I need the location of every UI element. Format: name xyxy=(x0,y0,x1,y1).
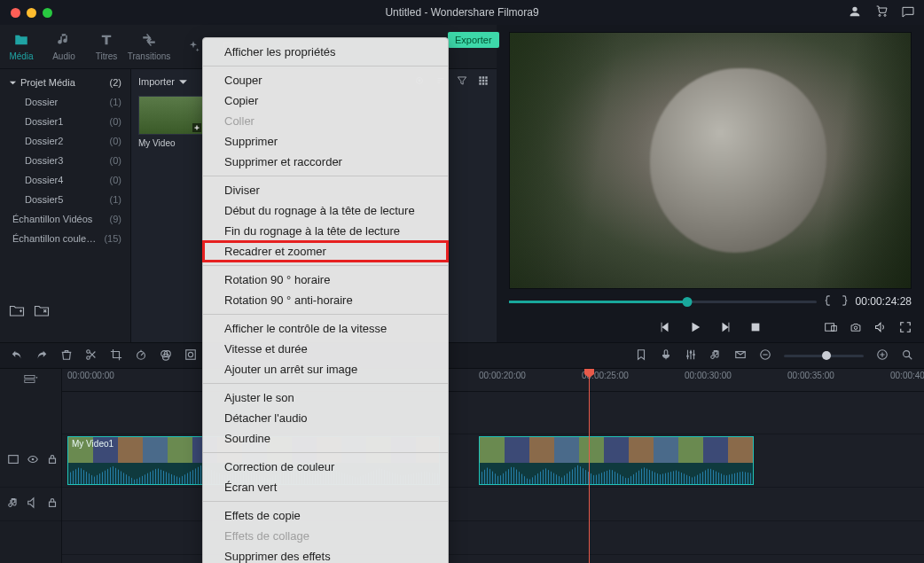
tab-audio[interactable]: Audio xyxy=(43,32,85,61)
ctx-paste: Coller xyxy=(203,111,448,131)
minimize-window-button[interactable] xyxy=(27,8,36,18)
color-icon[interactable] xyxy=(160,348,172,364)
cart-icon[interactable] xyxy=(874,4,889,21)
ctx-split[interactable]: Diviser xyxy=(203,180,448,200)
ctx-copy-effects[interactable]: Effets de copie xyxy=(203,505,448,526)
track-adjust-icon[interactable] xyxy=(7,453,20,468)
time-ruler[interactable]: 00:00:00:00 00:00:20:00 00:00:25:00 00:0… xyxy=(62,369,924,392)
crop-icon[interactable] xyxy=(110,348,122,364)
audio-track-2[interactable] xyxy=(62,521,924,555)
mark-in-icon[interactable] xyxy=(824,295,833,309)
seek-knob[interactable] xyxy=(683,297,693,307)
render-icon[interactable] xyxy=(734,348,747,364)
sidebar-folder-1[interactable]: Dossier1(0) xyxy=(0,112,130,131)
ctx-freeze-frame[interactable]: Ajouter un arrêt sur image xyxy=(203,359,448,379)
prev-frame-icon[interactable] xyxy=(659,321,671,336)
sidebar-folder-5[interactable]: Dossier5(1) xyxy=(0,190,130,209)
zoom-out-icon[interactable] xyxy=(759,348,771,364)
zoom-fit-icon[interactable] xyxy=(901,348,913,364)
snapshot-icon[interactable] xyxy=(850,321,862,336)
video-track-1[interactable]: My Video1 xyxy=(62,434,924,488)
voice-icon[interactable] xyxy=(660,348,672,364)
ctx-trim-end[interactable]: Fin du rognage à la tête de lecture xyxy=(203,221,448,241)
sidebar-folder-0[interactable]: Dossier(1) xyxy=(0,92,130,112)
ctx-show-properties[interactable]: Afficher les propriétés xyxy=(203,42,448,62)
ctx-delete[interactable]: Supprimer xyxy=(203,131,448,152)
quality-icon[interactable] xyxy=(825,321,837,336)
svg-point-8 xyxy=(87,356,90,359)
undo-icon[interactable] xyxy=(11,348,23,364)
playhead[interactable] xyxy=(589,369,590,563)
audio-track-icon[interactable] xyxy=(7,497,20,512)
filter-icon[interactable] xyxy=(456,74,468,89)
greenscreen-icon[interactable] xyxy=(184,348,197,364)
ctx-remove-effects[interactable]: Supprimer des effets xyxy=(203,546,448,563)
preview-canvas[interactable] xyxy=(509,32,912,289)
audio-lock-icon[interactable] xyxy=(46,497,59,512)
volume-icon[interactable] xyxy=(874,321,887,336)
track-visible-icon[interactable] xyxy=(27,453,39,468)
delete-icon[interactable] xyxy=(60,348,73,364)
ctx-mute[interactable]: Sourdine xyxy=(203,428,448,449)
ctx-crop-zoom[interactable]: Recadrer et zoomer xyxy=(203,241,448,262)
svg-rect-25 xyxy=(9,456,19,464)
tab-titles[interactable]: Titres xyxy=(85,32,128,61)
track-lock-icon[interactable] xyxy=(46,453,59,468)
maximize-window-button[interactable] xyxy=(43,8,52,18)
zoom-knob[interactable] xyxy=(822,351,831,360)
sidebar-folder-2[interactable]: Dossier2(0) xyxy=(0,131,130,151)
sidebar-folder-3[interactable]: Dossier3(0) xyxy=(0,151,130,170)
split-icon[interactable] xyxy=(85,348,98,364)
message-icon[interactable] xyxy=(901,4,915,21)
audio-mute-icon[interactable] xyxy=(27,497,39,512)
marker-icon[interactable] xyxy=(635,348,647,364)
zoom-in-icon[interactable] xyxy=(876,348,889,364)
play-icon[interactable] xyxy=(689,321,701,336)
ctx-detach-audio[interactable]: Détacher l'audio xyxy=(203,408,448,428)
audio-track-1[interactable] xyxy=(62,488,924,521)
context-menu: Afficher les propriétés Couper Copier Co… xyxy=(202,37,449,563)
redo-icon[interactable] xyxy=(35,348,48,364)
sidebar-sample-colors[interactable]: Échantillon coule…(15) xyxy=(0,229,130,248)
mixer-icon[interactable] xyxy=(685,348,697,364)
ctx-speed-duration[interactable]: Vitesse et durée xyxy=(203,339,448,359)
next-frame-icon[interactable] xyxy=(719,321,732,336)
grid-view-icon[interactable] xyxy=(477,74,489,89)
ctx-speed-control[interactable]: Afficher le contrôle de la vitesse xyxy=(203,318,448,339)
seek-bar[interactable] xyxy=(509,301,817,303)
tab-media[interactable]: Média xyxy=(0,32,43,61)
ctx-cut[interactable]: Couper xyxy=(203,70,448,90)
add-to-timeline-icon[interactable] xyxy=(192,123,201,132)
import-button[interactable]: Importer xyxy=(138,76,188,87)
media-clip[interactable]: My Video xyxy=(138,96,204,148)
track-manager-icon[interactable] xyxy=(0,369,61,392)
stop-icon[interactable] xyxy=(749,321,762,336)
track-body[interactable]: 00:00:00:00 00:00:20:00 00:00:25:00 00:0… xyxy=(62,369,924,563)
timeline-clip-2[interactable] xyxy=(479,436,754,485)
close-window-button[interactable] xyxy=(11,8,20,18)
sidebar-project-header[interactable]: Projet Média (2) xyxy=(0,73,130,92)
ctx-adjust-audio[interactable]: Ajuster le son xyxy=(203,387,448,408)
ctx-rotate-cw[interactable]: Rotation 90 ° horaire xyxy=(203,270,448,290)
delete-folder-icon[interactable] xyxy=(34,303,50,320)
svg-point-18 xyxy=(693,353,695,356)
ctx-trim-start[interactable]: Début du rognage à la tête de lecture xyxy=(203,200,448,221)
speed-icon[interactable] xyxy=(135,348,147,364)
sidebar-folder-4[interactable]: Dossier4(0) xyxy=(0,170,130,190)
mark-out-icon[interactable] xyxy=(840,295,849,309)
sidebar-header-count: (2) xyxy=(110,77,121,88)
audio-icon[interactable] xyxy=(709,348,722,364)
tab-transitions[interactable]: Transitions xyxy=(128,32,170,61)
export-button[interactable]: Exporter xyxy=(448,32,499,48)
new-folder-icon[interactable] xyxy=(9,303,25,320)
fullscreen-icon[interactable] xyxy=(899,321,912,336)
account-icon[interactable] xyxy=(848,4,862,21)
ctx-rotate-ccw[interactable]: Rotation 90 ° anti-horaire xyxy=(203,290,448,310)
ctx-green-screen[interactable]: Écran vert xyxy=(203,477,448,497)
sidebar-sample-videos[interactable]: Échantillon Vidéos(9) xyxy=(0,209,130,229)
ctx-ripple-delete[interactable]: Supprimer et raccorder xyxy=(203,152,448,172)
zoom-slider[interactable] xyxy=(784,355,864,357)
ctx-color-correction[interactable]: Correction de couleur xyxy=(203,457,448,477)
video-track-2[interactable] xyxy=(62,392,924,434)
ctx-copy[interactable]: Copier xyxy=(203,90,448,111)
